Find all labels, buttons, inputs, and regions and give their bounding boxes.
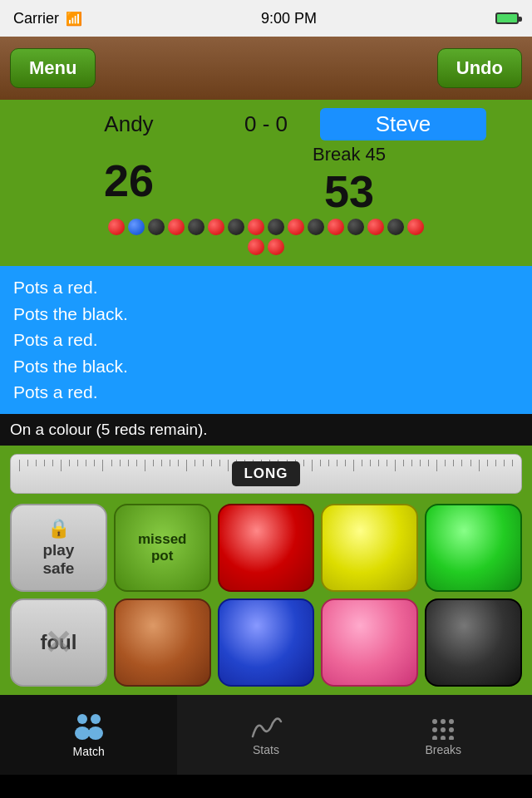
missed-pot-label: missedpot <box>138 531 187 564</box>
yellow-ball-button[interactable] <box>321 504 418 592</box>
nav-breaks-label: Breaks <box>426 743 462 756</box>
ball-black-7 <box>387 219 404 235</box>
ball-blue-1 <box>128 219 145 235</box>
score-header: Andy 0 - 0 Steve <box>0 108 532 140</box>
break-area: Break 45 53 <box>212 144 486 217</box>
balls-row <box>108 219 424 235</box>
toolbar: Menu Undo <box>0 37 532 100</box>
ball-black-2 <box>188 219 204 235</box>
ball-black-1 <box>148 219 165 235</box>
ball-red-8 <box>407 219 424 235</box>
lock-icon: 🔒 <box>47 518 70 539</box>
status-message: On a colour (5 reds remain). <box>0 414 532 446</box>
svg-point-12 <box>449 736 454 740</box>
blue-ball-button[interactable] <box>218 598 315 687</box>
svg-point-7 <box>432 727 437 732</box>
player2-name: Steve <box>320 108 486 140</box>
missed-pot-button[interactable]: missedpot <box>114 504 211 592</box>
match-icon <box>71 712 107 741</box>
svg-point-11 <box>441 736 446 740</box>
foul-button[interactable]: ✕ foul <box>10 598 107 687</box>
commentary-line-4: Pots the black. <box>13 353 519 380</box>
ball-grid: 🔒 playsafe missedpot ✕ foul <box>0 499 532 695</box>
status-bar: Carrier 📶 9:00 PM <box>0 0 532 37</box>
nav-stats[interactable]: Stats <box>177 695 354 775</box>
stats-icon <box>249 713 283 740</box>
ball-red-extra-1 <box>248 239 264 255</box>
ball-red-4 <box>248 219 264 235</box>
svg-point-0 <box>77 714 87 724</box>
scores-row: 26 Break 45 53 <box>0 144 532 217</box>
svg-point-4 <box>432 719 437 724</box>
svg-point-3 <box>88 727 103 740</box>
ruler-container[interactable]: LONG <box>10 454 522 494</box>
ball-red-6 <box>328 219 344 235</box>
svg-point-9 <box>449 727 454 732</box>
svg-point-1 <box>75 727 90 740</box>
svg-point-6 <box>449 719 454 724</box>
commentary-line-1: Pots a red. <box>13 274 519 301</box>
wifi-icon: 📶 <box>66 11 82 27</box>
time-label: 9:00 PM <box>261 10 317 27</box>
commentary-line-5: Pots a red. <box>13 379 519 406</box>
breaks-icon <box>426 713 460 740</box>
play-safe-button[interactable]: 🔒 playsafe <box>10 504 107 592</box>
foul-x-icon: ✕ <box>44 623 72 662</box>
nav-match[interactable]: Match <box>0 695 177 775</box>
nav-breaks[interactable]: Breaks <box>355 695 532 775</box>
ball-red-3 <box>208 219 224 235</box>
ball-red-1 <box>108 219 125 235</box>
ruler-label: LONG <box>232 461 299 486</box>
nav-match-label: Match <box>73 745 105 758</box>
svg-point-8 <box>441 727 446 732</box>
ball-black-6 <box>347 219 364 235</box>
bottom-nav: Match Stats Breaks <box>0 695 532 775</box>
ball-red-2 <box>168 219 185 235</box>
ball-black-4 <box>268 219 284 235</box>
commentary-line-3: Pots a red. <box>13 327 519 353</box>
ball-red-5 <box>288 219 304 235</box>
black-ball-button[interactable] <box>425 598 522 687</box>
player2-score: 53 <box>212 165 486 217</box>
ball-black-5 <box>308 219 324 235</box>
svg-point-2 <box>91 714 101 724</box>
ball-black-3 <box>228 219 244 235</box>
undo-button[interactable]: Undo <box>437 48 522 88</box>
nav-stats-label: Stats <box>253 743 279 756</box>
pink-ball-button[interactable] <box>321 598 418 687</box>
player1-name: Andy <box>46 111 212 137</box>
ball-red-7 <box>367 219 384 235</box>
shot-selector: LONG <box>0 446 532 499</box>
battery-icon <box>495 12 519 24</box>
scoreboard: Andy 0 - 0 Steve 26 Break 45 53 <box>0 100 532 266</box>
carrier-label: Carrier <box>13 10 59 27</box>
svg-point-5 <box>441 719 446 724</box>
brown-ball-button[interactable] <box>114 598 211 687</box>
frame-score: 0 - 0 <box>212 111 320 137</box>
red-ball-button[interactable] <box>218 504 315 592</box>
break-label: Break 45 <box>212 144 486 165</box>
commentary: Pots a red. Pots the black. Pots a red. … <box>0 266 532 414</box>
player1-score: 26 <box>46 155 212 206</box>
commentary-line-2: Pots the black. <box>13 301 519 328</box>
status-text: On a colour (5 reds remain). <box>10 421 208 439</box>
ball-red-extra-2 <box>268 239 284 255</box>
menu-button[interactable]: Menu <box>10 48 96 88</box>
play-safe-label: playsafe <box>42 541 74 578</box>
balls-row-2 <box>248 239 284 255</box>
svg-point-10 <box>432 736 437 740</box>
green-ball-button[interactable] <box>425 504 522 592</box>
